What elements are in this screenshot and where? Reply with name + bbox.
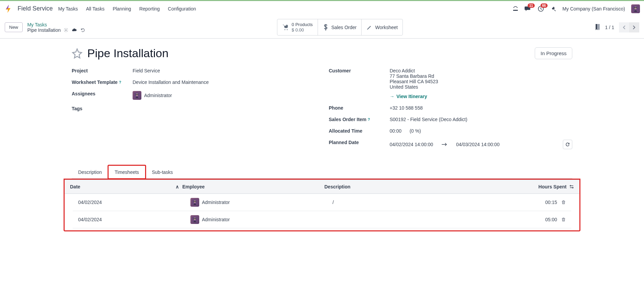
cart-plus-icon	[282, 24, 289, 31]
cell-description[interactable]: /	[332, 200, 514, 205]
cell-employee[interactable]: Administrator	[190, 215, 332, 224]
breadcrumb-current: Pipe Installation	[27, 27, 61, 33]
label-planned-date: Planned Date	[329, 140, 390, 145]
label-project: Project	[72, 68, 133, 73]
table-row[interactable]: 04/02/2024 Administrator 05:00	[73, 211, 571, 228]
view-itinerary-link[interactable]: → View Itinerary	[390, 94, 427, 99]
svg-rect-18	[193, 218, 196, 219]
help-icon[interactable]: ?	[368, 117, 370, 121]
svg-rect-1	[515, 10, 516, 10]
svg-rect-15	[193, 201, 196, 202]
planned-start[interactable]: 04/02/2024 14:00:00	[390, 142, 433, 147]
planned-end[interactable]: 04/03/2024 14:00:00	[456, 142, 499, 147]
customer-country: United States	[390, 84, 438, 90]
messages-icon[interactable]: 11	[525, 5, 531, 12]
sort-asc-icon[interactable]: ∧	[176, 184, 179, 189]
customer-street: 77 Santa Barbara Rd	[390, 73, 438, 79]
value-assignees[interactable]: Administrator	[133, 91, 172, 100]
label-phone: Phone	[329, 105, 390, 111]
sales-order-button[interactable]: Sales Order	[318, 19, 362, 35]
products-button[interactable]: 0 Products $ 0.00	[277, 19, 317, 35]
svg-point-8	[284, 29, 285, 30]
new-button[interactable]: New	[5, 22, 23, 32]
label-assignees: Assignees	[72, 91, 133, 96]
page-title[interactable]: Pipe Installation	[87, 47, 168, 60]
delete-row-icon[interactable]	[561, 217, 566, 222]
label-customer: Customer	[329, 68, 390, 73]
pencil-icon	[366, 24, 372, 30]
company-selector[interactable]: My Company (San Francisco)	[562, 6, 625, 12]
th-date[interactable]: Date	[70, 184, 80, 189]
dollar-icon	[323, 24, 329, 31]
user-avatar[interactable]	[631, 4, 640, 13]
nav-all-tasks[interactable]: All Tasks	[86, 6, 105, 12]
cell-employee[interactable]: Administrator	[190, 198, 332, 207]
products-count: 0 Products	[292, 22, 313, 27]
help-icon[interactable]: ?	[119, 80, 121, 84]
prev-record-button[interactable]	[619, 22, 629, 32]
svg-rect-12	[136, 94, 138, 95]
pager-info[interactable]: 1 / 1	[605, 25, 614, 30]
cell-hours[interactable]: 05:00	[545, 217, 557, 222]
svg-rect-2	[516, 10, 518, 10]
tab-timesheets[interactable]: Timesheets	[108, 165, 145, 179]
table-row[interactable]: 04/02/2024 Administrator / 00:15	[73, 194, 571, 211]
status-badge[interactable]: In Progress	[535, 47, 572, 59]
value-worksheet-template[interactable]: Device Installation and Maintenance	[133, 79, 209, 85]
worksheet-label: Worksheet	[375, 25, 398, 30]
tools-icon[interactable]	[550, 6, 556, 12]
value-project[interactable]: Field Service	[133, 68, 160, 73]
employee-avatar-icon	[190, 215, 199, 224]
nav-reporting[interactable]: Reporting	[139, 6, 160, 12]
cell-hours[interactable]: 00:15	[545, 200, 557, 205]
assignee-avatar-icon	[133, 91, 141, 100]
value-allocated-time[interactable]: 00:00 (0 %)	[390, 128, 421, 134]
th-description[interactable]: Description	[324, 184, 523, 189]
sales-order-label: Sales Order	[331, 25, 357, 30]
arrow-right-icon	[441, 143, 448, 146]
refresh-button[interactable]	[563, 140, 572, 149]
app-logo-icon[interactable]	[4, 5, 12, 13]
svg-rect-0	[513, 10, 514, 10]
gear-icon[interactable]	[64, 28, 68, 32]
nav-planning[interactable]: Planning	[113, 6, 131, 12]
activities-badge: 66	[540, 3, 548, 8]
th-hours[interactable]: Hours Spent	[538, 184, 567, 189]
assignee-name: Administrator	[144, 93, 172, 98]
bookmark-icon[interactable]	[595, 24, 600, 31]
label-tags: Tags	[72, 106, 133, 111]
svg-point-9	[287, 29, 288, 30]
messages-badge: 11	[528, 3, 535, 8]
nav-configuration[interactable]: Configuration	[168, 6, 196, 12]
star-icon[interactable]	[72, 48, 83, 59]
svg-point-7	[65, 29, 67, 31]
value-phone[interactable]: +32 10 588 558	[390, 105, 423, 111]
customer-city: Pleasant Hill CA 94523	[390, 79, 438, 84]
voip-icon[interactable]	[512, 6, 519, 12]
employee-avatar-icon	[190, 198, 199, 207]
customer-name: Deco Addict	[390, 68, 438, 73]
label-sales-order-item: Sales Order Item	[329, 117, 366, 122]
svg-rect-6	[634, 7, 637, 8]
tab-description[interactable]: Description	[72, 165, 108, 179]
products-amount: $ 0.00	[292, 27, 313, 33]
worksheet-button[interactable]: Worksheet	[361, 19, 402, 35]
undo-icon[interactable]	[80, 28, 85, 32]
activities-icon[interactable]: 66	[537, 5, 544, 12]
cell-date[interactable]: 04/02/2024	[75, 217, 190, 222]
value-sales-order-item[interactable]: S00192 - Field Service (Deco Addict)	[390, 117, 467, 122]
tab-subtasks[interactable]: Sub-tasks	[145, 165, 179, 179]
label-allocated-time: Allocated Time	[329, 128, 390, 134]
app-name[interactable]: Field Service	[18, 5, 53, 12]
columns-toggle-icon[interactable]	[569, 184, 574, 189]
value-customer[interactable]: Deco Addict 77 Santa Barbara Rd Pleasant…	[390, 68, 438, 99]
cell-date[interactable]: 04/02/2024	[75, 200, 190, 205]
th-employee[interactable]: Employee	[182, 184, 324, 189]
arrow-right-icon: →	[390, 94, 394, 99]
nav-my-tasks[interactable]: My Tasks	[58, 6, 78, 12]
label-worksheet-template: Worksheet Template	[72, 79, 118, 85]
cloud-icon[interactable]	[72, 28, 77, 32]
next-record-button[interactable]	[629, 22, 639, 32]
breadcrumb-my-tasks[interactable]: My Tasks	[27, 22, 85, 27]
delete-row-icon[interactable]	[561, 200, 566, 205]
